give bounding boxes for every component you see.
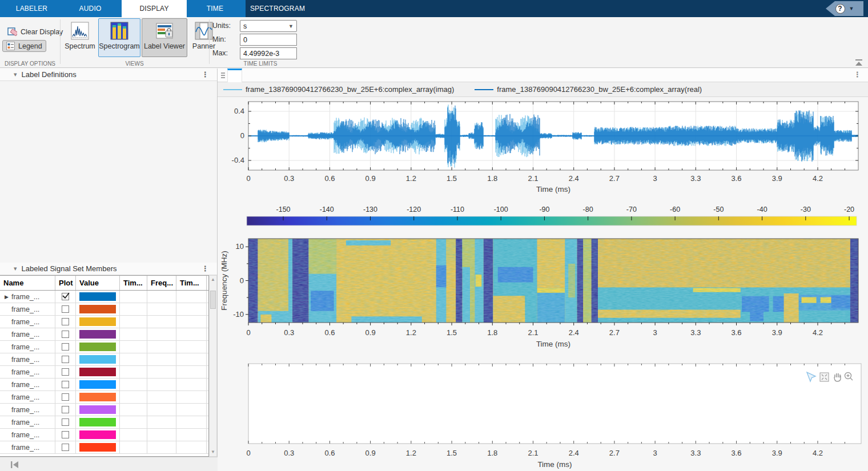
column-header[interactable]: Tim...	[120, 276, 147, 290]
empty-cell	[120, 391, 147, 403]
max-field[interactable]	[240, 47, 297, 59]
table-row[interactable]: frame_...	[0, 441, 208, 454]
legend-toggle-button[interactable]: Legend	[2, 40, 46, 52]
y-tick-label: 10	[236, 242, 244, 251]
empty-cell	[120, 291, 147, 303]
panel-collapse-icon[interactable]: ▾	[14, 71, 17, 78]
tab-time[interactable]: TIME	[187, 0, 243, 17]
table-scrollbar[interactable]: ▲ ▼	[209, 275, 217, 457]
color-swatch[interactable]	[79, 355, 116, 364]
plot-checkbox[interactable]	[62, 444, 69, 451]
tab-spectrogram[interactable]: SPECTROGRAM	[243, 0, 312, 17]
spectrum-view-button[interactable]: Spectrum	[64, 18, 96, 57]
tab-display[interactable]: DISPLAY	[122, 0, 187, 17]
table-row[interactable]: frame_...	[0, 341, 208, 353]
members-menu-icon[interactable]: ⋮	[202, 264, 209, 273]
plot-checkbox[interactable]	[62, 393, 69, 401]
plot-checkbox[interactable]	[62, 431, 69, 438]
members-title: Labeled Signal Set Members	[22, 264, 117, 273]
expand-row-icon[interactable]: ▶	[5, 294, 9, 300]
column-header[interactable]: Value	[76, 276, 120, 290]
empty-cell	[147, 353, 176, 365]
color-swatch[interactable]	[79, 343, 116, 351]
legend-entry[interactable]: frame_138769090412766230_bw_25E+6:comple…	[475, 85, 702, 94]
plot-checkbox[interactable]	[62, 418, 69, 426]
collapse-ribbon-button[interactable]	[854, 58, 863, 66]
panner-icon	[195, 22, 213, 40]
x-tick-label: 0.3	[284, 174, 294, 183]
tab-labeler[interactable]: LABELER	[5, 0, 59, 17]
colorbar-tick-label: -100	[494, 206, 508, 214]
table-row[interactable]: frame_...	[0, 379, 208, 391]
tab-audio[interactable]: AUDIO	[59, 0, 122, 17]
min-field[interactable]	[240, 34, 297, 46]
plot-checkbox[interactable]	[62, 381, 69, 388]
color-swatch[interactable]	[79, 305, 116, 313]
plot-checkbox[interactable]	[62, 343, 69, 351]
color-swatch[interactable]	[79, 418, 116, 426]
clear-display-button[interactable]: Clear Display	[3, 25, 67, 38]
y-axis-label: Frequency (MHz)	[220, 251, 228, 310]
y-tick-label: 0	[240, 276, 244, 285]
column-header[interactable]: Plot	[55, 276, 76, 290]
color-swatch[interactable]	[79, 405, 116, 414]
legend-entry[interactable]: frame_138769090412766230_bw_25E+6:comple…	[223, 85, 454, 94]
tabstrip-menu-icon[interactable]: ⋮	[854, 70, 861, 79]
panner-plot[interactable]: 00.30.60.91.21.51.82.12.42.733.33.63.94.…	[218, 360, 868, 471]
fit-view-icon[interactable]	[820, 373, 829, 381]
label-viewer-button[interactable]: Label Viewer	[142, 18, 187, 57]
panel-menu-icon[interactable]: ⋮	[202, 70, 209, 79]
members-collapse-icon[interactable]: ▾	[14, 265, 17, 272]
x-axis-label: Time (ms)	[537, 460, 572, 469]
waveform-plot[interactable]: 0.40-0.400.30.60.91.21.51.82.12.42.733.3…	[218, 97, 868, 203]
help-button[interactable]: ? ▼	[826, 1, 863, 16]
table-row[interactable]: frame_...	[0, 353, 208, 366]
spectrogram-plot[interactable]: 100-1000.30.60.91.21.51.82.12.42.733.33.…	[218, 230, 868, 360]
table-row[interactable]: frame_...	[0, 429, 208, 441]
column-header[interactable]: Tim...	[176, 276, 207, 290]
table-row[interactable]: frame_...	[0, 391, 208, 404]
help-dropdown-icon: ▼	[849, 6, 854, 11]
tabstrip-grip-icon[interactable]	[221, 71, 226, 79]
table-row[interactable]: frame_...	[0, 316, 208, 328]
x-tick-label: 2.1	[528, 449, 538, 457]
label-definitions-header[interactable]: ▾ Label Definitions ⋮	[0, 69, 217, 81]
signal-name-cell: frame_...	[0, 316, 55, 328]
plot-checkbox[interactable]	[62, 368, 69, 376]
color-swatch[interactable]	[79, 430, 116, 439]
plot-checkbox[interactable]	[62, 305, 69, 313]
plot-checkbox[interactable]	[62, 356, 69, 363]
table-row[interactable]: frame_...	[0, 366, 208, 379]
table-row[interactable]: frame_...	[0, 328, 208, 341]
color-swatch[interactable]	[79, 292, 116, 301]
color-swatch[interactable]	[79, 393, 116, 401]
x-tick-label: 3.3	[690, 449, 701, 457]
plot-checkbox[interactable]	[62, 331, 69, 338]
scroll-up-icon[interactable]: ▲	[210, 276, 216, 283]
color-swatch[interactable]	[79, 330, 116, 339]
y-tick-label: 0.4	[234, 107, 244, 115]
display-minitab[interactable]	[227, 69, 242, 82]
scroll-down-icon[interactable]: ▼	[210, 449, 216, 456]
signal-name: frame_...	[11, 293, 39, 301]
column-header[interactable]: Freq...	[147, 276, 176, 290]
legend-label: frame_138769090412766230_bw_25E+6:comple…	[497, 85, 702, 94]
color-swatch[interactable]	[79, 317, 116, 326]
units-select[interactable]: s ▼	[240, 20, 297, 32]
color-swatch[interactable]	[79, 380, 116, 389]
go-to-first-icon[interactable]	[10, 461, 19, 469]
spectrogram-view-button[interactable]: Spectrogram	[98, 18, 140, 57]
color-swatch[interactable]	[79, 443, 116, 452]
column-header[interactable]: Name	[0, 276, 55, 290]
table-row[interactable]: frame_...	[0, 404, 208, 416]
table-row[interactable]: frame_...	[0, 416, 208, 429]
plot-checkbox[interactable]	[62, 293, 69, 300]
table-row[interactable]: ▶frame_...	[0, 291, 208, 303]
plot-checkbox[interactable]	[62, 406, 69, 413]
x-tick-label: 3.9	[772, 328, 782, 337]
plot-checkbox[interactable]	[62, 318, 69, 325]
scrollbar-thumb[interactable]	[210, 291, 216, 309]
table-row[interactable]: frame_...	[0, 303, 208, 316]
members-header[interactable]: ▾ Labeled Signal Set Members ⋮	[0, 263, 217, 275]
color-swatch[interactable]	[79, 368, 116, 376]
